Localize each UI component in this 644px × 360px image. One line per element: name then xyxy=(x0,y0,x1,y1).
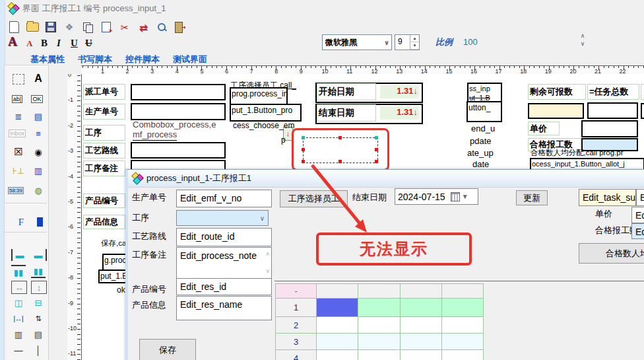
tree-tool-icon[interactable]: ⊦⊥ xyxy=(11,164,26,176)
grid-cell[interactable] xyxy=(358,334,400,350)
selection-handle[interactable] xyxy=(338,160,342,163)
select-tool-icon[interactable] xyxy=(11,73,26,85)
dlg-task-edit[interactable]: Edit_task_sur xyxy=(579,189,636,206)
grid-cell[interactable] xyxy=(317,334,358,350)
strikethrough-button[interactable]: U xyxy=(85,36,92,49)
selection-handle[interactable] xyxy=(302,136,305,139)
preview-icon[interactable]: ❖ xyxy=(62,20,77,34)
canvas-input-dispatch-no[interactable] xyxy=(131,84,226,100)
grid-cell[interactable] xyxy=(401,299,442,317)
disabled-box-tool-icon[interactable]: Inbox xyxy=(10,127,24,139)
canvas-input-prod-no[interactable] xyxy=(131,103,226,120)
form-tool-icon[interactable]: ▤ xyxy=(31,110,46,122)
radio-tool-icon[interactable]: ◉ xyxy=(31,146,46,158)
side-spinner[interactable]: ∧∨ xyxy=(578,32,587,49)
view-icon[interactable] xyxy=(154,20,169,34)
save-icon[interactable] xyxy=(44,20,58,34)
dlg-input-res-id[interactable]: Edit_res_id xyxy=(176,278,272,295)
scrollbar[interactable]: ∧∨ xyxy=(265,250,270,274)
grid-cell[interactable] xyxy=(442,284,484,299)
align-right-icon[interactable]: ▬ xyxy=(31,249,47,261)
text-tool-icon[interactable]: A xyxy=(31,73,46,85)
allot-button[interactable]: 合格数人均分 xyxy=(579,243,644,264)
canvas-remain-input[interactable] xyxy=(528,103,584,119)
canvas-third-input-sliver[interactable] xyxy=(641,103,644,119)
tab-basic-props[interactable]: 基本属性 xyxy=(30,54,65,65)
grid-cell[interactable] xyxy=(442,334,484,350)
new-icon[interactable] xyxy=(7,20,21,34)
selection-handle[interactable] xyxy=(302,160,305,163)
dlg-task-edit2[interactable]: Edit xyxy=(636,189,644,206)
list-tool-icon[interactable]: ≡ xyxy=(31,127,46,139)
grid-cell[interactable] xyxy=(358,284,400,299)
spin-down-icon[interactable]: ▼ xyxy=(410,42,419,50)
v-spacing-icon[interactable]: ⇅ xyxy=(31,312,46,324)
grid-cell[interactable] xyxy=(442,350,484,360)
selection-handle[interactable] xyxy=(375,148,378,151)
save-button[interactable]: 保存 xyxy=(139,339,196,360)
font-tool-icon[interactable]: F xyxy=(14,216,28,228)
grid-cell[interactable] xyxy=(358,317,400,334)
dlg-unit-price-edit[interactable]: Edit xyxy=(631,207,644,223)
grid-cell[interactable] xyxy=(317,317,358,334)
canvas-label-process-note[interactable]: 工序备注 xyxy=(83,161,125,176)
web-tool-icon[interactable]: ◍ xyxy=(31,184,46,196)
row-label-cell[interactable]: 4 xyxy=(276,350,317,360)
underline-button[interactable]: U xyxy=(71,36,78,49)
combobox-tool-icon[interactable]: ▥ xyxy=(31,164,46,176)
row-label-cell[interactable]: 1 xyxy=(276,299,317,317)
button-tool-icon[interactable]: OK xyxy=(30,93,44,105)
align-bottom-icon[interactable]: ▮▮ xyxy=(31,265,46,278)
paste-icon[interactable] xyxy=(99,20,113,34)
canvas-label-process[interactable]: 工序 xyxy=(83,125,125,141)
tab-test-ui[interactable]: 测试界面 xyxy=(173,54,207,65)
h-line-tool-icon[interactable]: — xyxy=(11,344,26,356)
v-line-tool-icon[interactable]: │ xyxy=(31,344,46,356)
selection-handle[interactable] xyxy=(375,160,378,163)
dlg-input-prod-no[interactable]: Edit_emf_v_no xyxy=(176,190,272,207)
tab-control-script[interactable]: 控件脚本 xyxy=(125,54,160,65)
open-icon[interactable] xyxy=(25,20,40,34)
canvas-choose-btn-box1[interactable]: prog.process_in xyxy=(230,87,288,105)
canvas-label-res-name[interactable]: 产品信息 xyxy=(83,215,125,229)
selection-handle[interactable] xyxy=(302,148,305,151)
dialog-grid-table[interactable]: -1234 xyxy=(275,283,484,360)
font-family-select[interactable]: 微软雅黑 ∨ xyxy=(322,34,392,50)
same-width-icon[interactable]: ↔ xyxy=(11,281,27,294)
grid-cell[interactable] xyxy=(317,284,358,299)
canvas-choose-btn-box2[interactable]: put_1.Button_pro xyxy=(230,104,302,122)
dlg-end-date-picker[interactable]: 2024-07-15 ▼ xyxy=(395,188,478,205)
canvas-label-res-id[interactable]: 产品编号 xyxy=(83,194,125,208)
exit-icon[interactable] xyxy=(172,20,186,34)
dlg-input-res-name[interactable]: Edit_res_name xyxy=(176,296,272,320)
selection-handle[interactable] xyxy=(375,136,378,139)
grid-cell[interactable] xyxy=(317,350,358,360)
canvas-save-frag2[interactable]: g.proc xyxy=(102,254,129,271)
center-horizontal-icon[interactable]: ◫ xyxy=(11,297,26,308)
memo-tool-icon[interactable]: ≣ xyxy=(11,110,26,122)
align-top-icon[interactable]: ▮▮ xyxy=(11,265,26,278)
font-size-stepper[interactable]: 9 ▲▼ xyxy=(395,34,420,50)
time-tool-icon[interactable]: 58:39 xyxy=(9,184,23,196)
canvas-label-route[interactable]: 工艺路线 xyxy=(83,143,125,159)
dlg-qualified-edit[interactable]: Edit xyxy=(631,223,644,239)
fill-tool-icon[interactable] xyxy=(32,216,47,228)
cut-icon[interactable]: ✂ xyxy=(117,20,132,34)
canvas-save-frag3[interactable]: put_1.B xyxy=(98,270,129,283)
align-left-icon[interactable]: ▬ xyxy=(11,249,27,261)
copy-icon[interactable] xyxy=(80,20,95,34)
same-height-icon[interactable]: ↕ xyxy=(31,281,47,294)
italic-button[interactable]: I xyxy=(57,36,61,49)
choose-employee-button[interactable]: 工序选择员工 xyxy=(280,190,348,207)
grid-cell[interactable] xyxy=(442,317,484,334)
dialog-titlebar[interactable]: process_input_1-工序报工1 xyxy=(128,170,644,188)
row-label-cell[interactable]: - xyxy=(276,284,317,299)
split-rows-icon[interactable]: ▤ xyxy=(31,328,46,340)
tab-write-script[interactable]: 书写脚本 xyxy=(78,54,112,65)
bold-button[interactable]: B xyxy=(41,36,48,49)
canvas-label-dispatch-no[interactable]: 派工单号 xyxy=(83,84,125,100)
canvas-unit-price-input[interactable] xyxy=(581,120,638,137)
canvas-endupdate-box2[interactable]: utton_ xyxy=(467,101,502,122)
grid-cell[interactable] xyxy=(401,284,442,299)
canvas-input-route[interactable] xyxy=(131,142,226,159)
